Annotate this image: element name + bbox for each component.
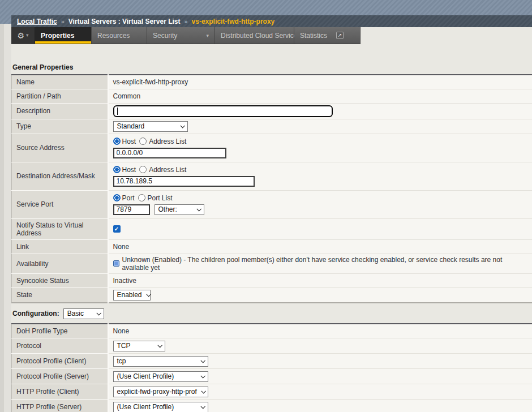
row-label: Protocol Profile (Server) [12, 369, 108, 384]
radio-label: Port [122, 194, 135, 202]
chevron-down-icon [180, 123, 185, 128]
row-label: Protocol [12, 338, 108, 354]
source-address-list-radio[interactable]: Address List [139, 138, 186, 145]
masthead: Local Traffic » Virtual Servers : Virtua… [0, 0, 532, 27]
row-label: Link [12, 239, 108, 254]
radio-label: Address List [149, 166, 186, 174]
row-label: Syncookie Status [12, 273, 108, 287]
popout-icon[interactable]: ↗ [336, 32, 344, 39]
general-properties-heading: General Properties [12, 63, 532, 71]
gear-icon: ⚙ [17, 32, 24, 40]
row-label: HTTP Profile (Client) [12, 384, 108, 400]
radio-icon [138, 194, 145, 201]
row-label: Description [12, 103, 108, 119]
table-row: Partition / Path Common [12, 89, 532, 103]
radio-label: Host [122, 138, 136, 145]
main-content: General Properties Name vs-explicit-fwd-… [11, 63, 532, 412]
partition-value: Common [113, 92, 141, 100]
port-radio[interactable]: Port [113, 194, 135, 202]
type-select-value: Standard [117, 122, 145, 130]
table-row: State Enabled [12, 287, 532, 303]
chevron-down-icon [146, 292, 151, 297]
tab-statistics[interactable]: Statistics ↗ [294, 27, 361, 44]
protocol-profile-server-select[interactable]: (Use Client Profile) [113, 371, 208, 382]
table-row: Availability Unknown (Enabled) - The chi… [12, 254, 532, 273]
http-profile-client-select[interactable]: explicit-fwd-proxy-http-prof [113, 387, 208, 397]
radio-icon [113, 166, 121, 173]
destination-address-input[interactable] [113, 176, 255, 187]
table-row: Service Port Port Port List [12, 190, 532, 218]
row-label: Service Port [12, 190, 108, 218]
configuration-mode-value: Basic [67, 310, 84, 317]
radio-label: Address List [149, 138, 186, 145]
chevron-down-icon: ▾ [196, 33, 209, 38]
table-row: HTTP Profile (Server) (Use Client Profil… [12, 400, 532, 412]
table-row: HTTP Profile (Client) explicit-fwd-proxy… [12, 384, 532, 400]
tab-label: Statistics [300, 32, 327, 40]
tab-resources[interactable]: Resources [92, 27, 147, 44]
configuration-heading-label: Configuration: [12, 310, 59, 317]
configuration-heading: Configuration: Basic [12, 308, 532, 320]
doh-profile-value: None [113, 327, 130, 335]
service-port-select-value: Other: [158, 205, 177, 213]
state-select-value: Enabled [117, 291, 142, 299]
table-row: Protocol Profile (Server) (Use Client Pr… [12, 369, 532, 384]
configuration-table: DoH Profile Type None Protocol TCP Proto… [11, 323, 532, 412]
breadcrumb-separator: » [61, 18, 65, 25]
row-label: HTTP Profile (Server) [12, 400, 108, 412]
configuration-mode-select[interactable]: Basic [63, 308, 104, 319]
row-label: Source Address [12, 134, 108, 162]
row-label: Type [12, 119, 108, 134]
row-label: Notify Status to Virtual Address [12, 218, 108, 239]
destination-host-radio[interactable]: Host [113, 166, 136, 174]
settings-menu-button[interactable]: ⚙ ▾ [11, 27, 35, 44]
service-port-select[interactable]: Other: [155, 204, 204, 215]
destination-address-list-radio[interactable]: Address List [139, 166, 186, 174]
tab-label: Security [153, 32, 177, 40]
tab-label: Properties [41, 32, 74, 40]
service-port-input[interactable] [113, 204, 150, 215]
radio-icon [139, 166, 147, 173]
breadcrumb: Local Traffic » Virtual Servers : Virtua… [11, 15, 532, 27]
tab-properties[interactable]: Properties [35, 27, 92, 44]
table-row: Destination Address/Mask Host Address Li… [12, 162, 532, 190]
type-select[interactable]: Standard [113, 121, 188, 132]
protocol-select[interactable]: TCP [113, 341, 165, 351]
description-input[interactable] [113, 105, 333, 117]
availability-value: Unknown (Enabled) - The children pool me… [122, 256, 528, 272]
row-label: Partition / Path [12, 89, 108, 103]
chevron-down-icon: ▾ [26, 33, 29, 38]
protocol-profile-client-value: tcp [117, 357, 126, 365]
breadcrumb-link-local-traffic[interactable]: Local Traffic [17, 18, 57, 25]
table-row: Link None [12, 239, 532, 254]
source-host-radio[interactable]: Host [113, 138, 136, 145]
row-label: Name [12, 75, 108, 89]
chevron-down-icon [200, 358, 205, 363]
table-row: Description [12, 103, 532, 119]
chevron-down-icon [200, 404, 205, 409]
state-select[interactable]: Enabled [113, 290, 151, 301]
http-profile-server-select[interactable]: (Use Client Profile) [113, 402, 208, 412]
source-address-input[interactable] [113, 148, 226, 158]
table-row: Type Standard [12, 119, 532, 134]
http-profile-client-value: explicit-fwd-proxy-http-prof [117, 388, 197, 396]
protocol-profile-client-select[interactable]: tcp [113, 356, 208, 367]
chevron-down-icon [201, 389, 205, 393]
radio-label: Host [122, 166, 136, 174]
table-row: Name vs-explicit-fwd-http-proxy [12, 75, 532, 89]
table-row: DoH Profile Type None [12, 324, 532, 338]
radio-icon [113, 138, 121, 145]
breadcrumb-current: vs-explicit-fwd-http-proxy [192, 18, 275, 25]
link-value: None [113, 243, 130, 251]
syncookie-value: Inactive [113, 277, 136, 285]
table-row: Notify Status to Virtual Address ✓ [12, 218, 532, 239]
chevron-down-icon [200, 374, 205, 378]
breadcrumb-separator: » [184, 18, 187, 25]
port-list-radio[interactable]: Port List [138, 194, 173, 202]
row-label: State [12, 287, 108, 303]
tab-distributed-cloud-services[interactable]: Distributed Cloud Services [215, 27, 294, 44]
breadcrumb-section: Virtual Servers : Virtual Server List [68, 18, 181, 25]
tab-security[interactable]: Security ▾ [147, 27, 215, 44]
notify-status-checkbox[interactable]: ✓ [113, 225, 121, 233]
protocol-profile-server-value: (Use Client Profile) [117, 372, 174, 380]
